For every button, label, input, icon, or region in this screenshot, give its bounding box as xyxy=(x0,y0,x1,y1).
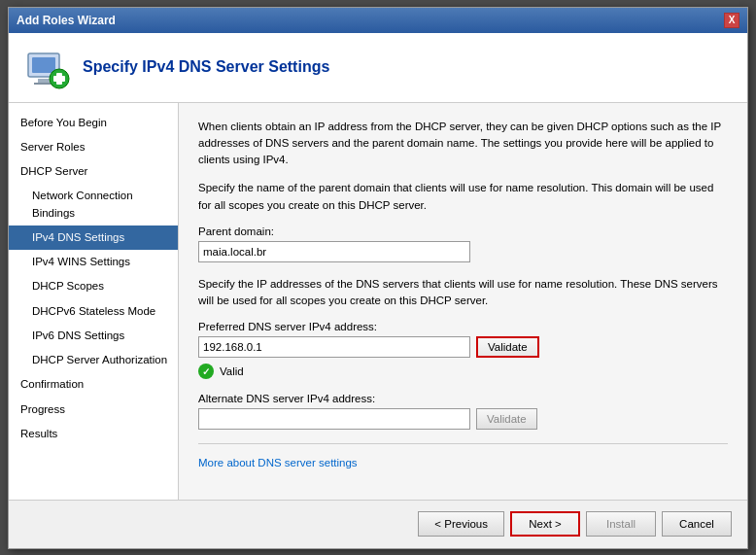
sidebar-item-progress[interactable]: Progress xyxy=(9,398,178,422)
alternate-dns-label: Alternate DNS server IPv4 address: xyxy=(198,393,728,404)
previous-button[interactable]: < Previous xyxy=(418,511,504,537)
dns-description: Specify the IP addresses of the DNS serv… xyxy=(198,276,728,310)
parent-domain-label: Parent domain: xyxy=(198,225,728,237)
preferred-dns-row: Validate xyxy=(198,336,728,358)
sidebar-item-confirmation[interactable]: Confirmation xyxy=(9,372,178,397)
valid-label: Valid xyxy=(220,365,244,377)
sidebar-item-server-roles[interactable]: Server Roles xyxy=(9,135,178,159)
close-button[interactable]: X xyxy=(724,13,739,28)
wizard-window: Add Roles Wizard X Specify IPv4 DNS Serv… xyxy=(8,7,748,549)
svg-rect-1 xyxy=(32,57,55,73)
parent-domain-section: Parent domain: xyxy=(198,225,728,262)
page-title: Specify IPv4 DNS Server Settings xyxy=(83,58,329,76)
description-2: Specify the name of the parent domain th… xyxy=(198,180,728,214)
wizard-footer: < Previous Next > Install Cancel xyxy=(9,500,747,548)
install-button[interactable]: Install xyxy=(586,511,656,537)
sidebar-item-dhcp-scopes[interactable]: DHCP Scopes xyxy=(9,274,178,298)
preferred-dns-input[interactable] xyxy=(198,336,470,358)
next-button[interactable]: Next > xyxy=(510,511,580,537)
title-bar: Add Roles Wizard X xyxy=(9,8,747,33)
window-title: Add Roles Wizard xyxy=(17,14,116,27)
preferred-validate-button[interactable]: Validate xyxy=(476,336,539,358)
svg-rect-6 xyxy=(53,76,65,82)
content-area: Before You BeginServer RolesDHCP ServerN… xyxy=(9,103,747,500)
sidebar-item-ipv6-dns-settings[interactable]: IPv6 DNS Settings xyxy=(9,324,178,348)
sidebar-item-dhcp-server-authorization[interactable]: DHCP Server Authorization xyxy=(9,348,178,372)
sidebar: Before You BeginServer RolesDHCP ServerN… xyxy=(9,103,179,500)
sidebar-item-before-you-begin[interactable]: Before You Begin xyxy=(9,111,178,135)
wizard-header: Specify IPv4 DNS Server Settings xyxy=(9,33,747,103)
cancel-button[interactable]: Cancel xyxy=(662,511,732,537)
sidebar-item-dhcpv6-stateless-mode[interactable]: DHCPv6 Stateless Mode xyxy=(9,299,178,324)
alternate-dns-section: Alternate DNS server IPv4 address: Valid… xyxy=(198,393,728,430)
alternate-validate-button[interactable]: Validate xyxy=(476,408,537,430)
preferred-dns-label: Preferred DNS server IPv4 address: xyxy=(198,321,728,332)
more-about-dns-link[interactable]: More about DNS server settings xyxy=(198,457,358,468)
sidebar-item-dhcp-server[interactable]: DHCP Server xyxy=(9,159,178,184)
valid-indicator: ✓ Valid xyxy=(198,364,728,379)
svg-rect-2 xyxy=(38,79,50,83)
sidebar-item-network-connection-bindings[interactable]: Network Connection Bindings xyxy=(9,184,178,225)
content-divider xyxy=(198,443,728,444)
alternate-dns-input[interactable] xyxy=(198,408,470,430)
sidebar-item-ipv4-wins-settings[interactable]: IPv4 WINS Settings xyxy=(9,250,178,274)
sidebar-item-results[interactable]: Results xyxy=(9,422,178,446)
description-1: When clients obtain an IP address from t… xyxy=(198,119,728,169)
preferred-dns-section: Preferred DNS server IPv4 address: Valid… xyxy=(198,321,728,379)
alternate-dns-row: Validate xyxy=(198,408,728,430)
main-content: When clients obtain an IP address from t… xyxy=(179,103,747,500)
valid-checkmark-icon: ✓ xyxy=(198,364,214,379)
wizard-icon xyxy=(24,44,71,90)
sidebar-item-ipv4-dns-settings[interactable]: IPv4 DNS Settings xyxy=(9,225,178,250)
parent-domain-input[interactable] xyxy=(198,241,470,262)
